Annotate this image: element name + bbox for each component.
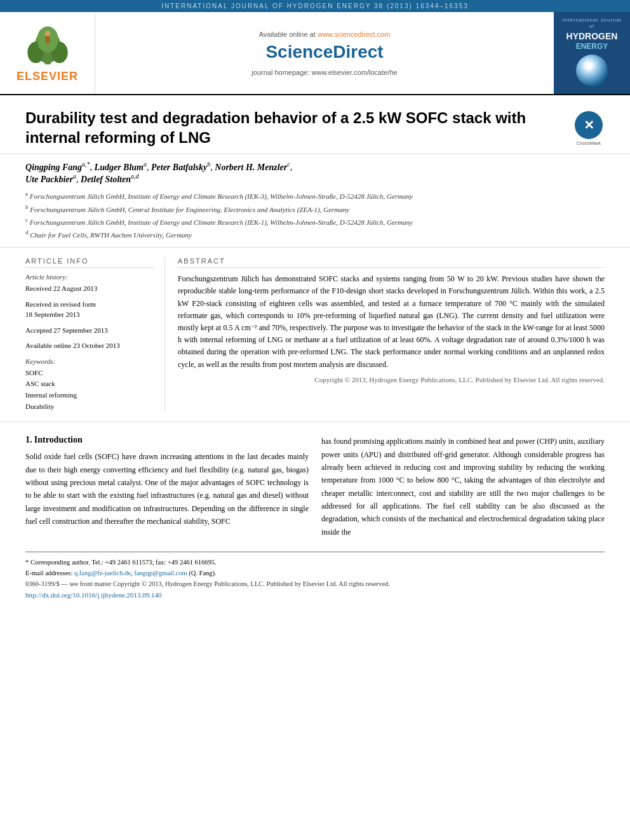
issn-note: 0360-3199/$ — see front matter Copyright… bbox=[25, 579, 605, 590]
authors-line: Qingping Fanga,*, Ludger Bluma, Peter Ba… bbox=[25, 161, 605, 184]
crossmark-label: CrossMark bbox=[577, 140, 601, 146]
left-column: 1. Introduction Solid oxide fuel cells (… bbox=[25, 435, 309, 538]
section-title: Introduction bbox=[34, 435, 83, 444]
copyright-text: Copyright © 2013, Hydrogen Energy Public… bbox=[178, 376, 605, 383]
article-info: ARTICLE INFO Article history: Received 2… bbox=[25, 257, 165, 412]
intro-left-text: Solid oxide fuel cells (SOFC) have drawn… bbox=[25, 450, 309, 528]
available-online-text: Available online at www.sciencedirect.co… bbox=[259, 29, 391, 39]
abstract-text: Forschungszentrum Jülich has demonstrate… bbox=[178, 273, 605, 371]
journal-header-bar: INTERNATIONAL JOURNAL OF HYDROGEN ENERGY… bbox=[0, 0, 630, 12]
article-title-text: Durability test and degradation behavior… bbox=[25, 108, 560, 147]
revised-label: Received in revised form 18 September 20… bbox=[25, 299, 155, 320]
email2-link[interactable]: fangqp@gmail.com bbox=[134, 570, 187, 577]
main-content: 1. Introduction Solid oxide fuel cells (… bbox=[0, 422, 630, 551]
available-date: Available online 23 October 2013 bbox=[25, 340, 155, 351]
email-note: E-mail addresses: q.fang@fz-juelich.de, … bbox=[25, 568, 605, 579]
article-info-title: ARTICLE INFO bbox=[25, 257, 155, 268]
keywords-section: Keywords: SOFC ASC stack Internal reform… bbox=[25, 357, 155, 412]
email1-link[interactable]: q.fang@fz-juelich.de bbox=[74, 570, 131, 577]
authors-section: Qingping Fanga,*, Ludger Bluma, Peter Ba… bbox=[0, 154, 630, 248]
elsevier-logo: ELSEVIER bbox=[0, 12, 95, 94]
affil-d: d Chair for Fuel Cells, RWTH Aachen Univ… bbox=[25, 228, 605, 241]
section-header: 1. Introduction bbox=[25, 435, 309, 445]
elsevier-text: ELSEVIER bbox=[17, 70, 78, 83]
journal-logo-text: International Journal of HYDROGEN ENERGY bbox=[559, 17, 625, 89]
crossmark-badge: ✕ CrossMark bbox=[573, 108, 605, 146]
author-batfalsky: Peter Batfalsky bbox=[151, 163, 207, 172]
keywords-label: Keywords: bbox=[25, 357, 155, 365]
crossmark-icon: ✕ bbox=[575, 111, 603, 139]
affiliations: a Forschungszentrum Jülich GmbH, Institu… bbox=[25, 189, 605, 241]
accepted-date: Accepted 27 September 2013 bbox=[25, 325, 155, 336]
keyword-sofc: SOFC bbox=[25, 368, 155, 379]
intro-right-text: has found promising applications mainly … bbox=[321, 435, 605, 538]
article-title: Durability test and degradation behavior… bbox=[25, 108, 560, 147]
doi-note[interactable]: http://dx.doi.org/10.1016/j.ijhydene.201… bbox=[25, 590, 605, 601]
keyword-asc: ASC stack bbox=[25, 378, 155, 390]
section-number: 1. bbox=[25, 435, 32, 444]
footnote-section: * Corresponding author. Tel.: +49 2461 6… bbox=[25, 552, 605, 604]
journal-logo: International Journal of HYDROGEN ENERGY bbox=[554, 12, 630, 94]
received-date: Received 22 August 2013 bbox=[25, 283, 155, 294]
abstract-title: ABSTRACT bbox=[178, 257, 605, 268]
corresponding-author-note: * Corresponding author. Tel.: +49 2461 6… bbox=[25, 557, 605, 568]
elsevier-tree-icon bbox=[16, 23, 79, 67]
author-menzler: Norbert H. Menzler bbox=[215, 163, 287, 172]
journal-homepage: journal homepage: www.elsevier.com/locat… bbox=[251, 69, 397, 76]
svg-point-5 bbox=[44, 30, 50, 36]
journal-logo-circle bbox=[576, 55, 608, 86]
journal-header: ELSEVIER Available online at www.science… bbox=[0, 12, 630, 95]
affil-c: c Forschungszentrum Jülich GmbH, Institu… bbox=[25, 215, 605, 228]
abstract-section: ABSTRACT Forschungszentrum Jülich has de… bbox=[178, 257, 605, 412]
author-blum: Ludger Blum bbox=[95, 163, 144, 172]
author-stolten: Detlef Stolten bbox=[81, 174, 131, 183]
sciencedirect-title: ScienceDirect bbox=[265, 42, 383, 62]
affil-b: b Forschungszentrum Jülich GmbH, Central… bbox=[25, 203, 605, 215]
journal-title-bar: INTERNATIONAL JOURNAL OF HYDROGEN ENERGY… bbox=[161, 3, 469, 10]
author-fang: Qingping Fang bbox=[25, 163, 82, 172]
center-header: Available online at www.sciencedirect.co… bbox=[95, 12, 554, 94]
right-column: has found promising applications mainly … bbox=[321, 435, 605, 538]
article-history-label: Article history: bbox=[25, 273, 155, 281]
affil-a: a Forschungszentrum Jülich GmbH, Institu… bbox=[25, 189, 605, 202]
svg-rect-6 bbox=[45, 36, 50, 43]
keyword-internal: Internal reforming bbox=[25, 390, 155, 401]
keyword-durability: Durability bbox=[25, 401, 155, 413]
author-packbier: Ute Packbier bbox=[25, 174, 73, 183]
article-title-section: Durability test and degradation behavior… bbox=[0, 95, 630, 154]
info-abstract-section: ARTICLE INFO Article history: Received 2… bbox=[0, 248, 630, 422]
